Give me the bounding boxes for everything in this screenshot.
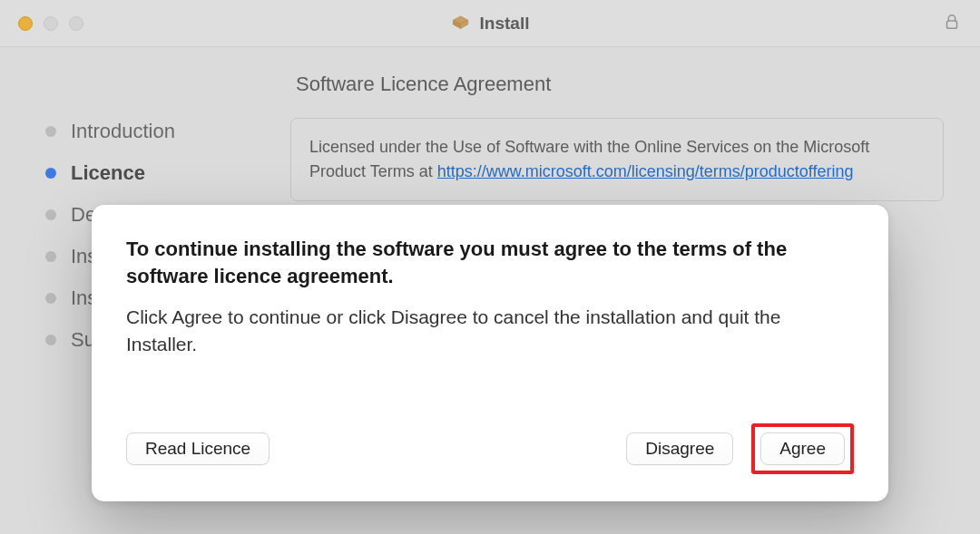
sidebar-item-licence: Licence [45, 161, 290, 185]
dialog-button-row: Read Licence Disagree Agree [126, 423, 854, 474]
step-bullet-icon [45, 335, 56, 345]
step-bullet-icon [45, 251, 56, 262]
licence-agreement-dialog: To continue installing the software you … [92, 205, 888, 501]
package-icon [451, 14, 471, 34]
window-minimize-button[interactable] [44, 16, 58, 31]
sidebar-item-label: Introduction [71, 120, 175, 143]
step-bullet-icon [45, 126, 56, 137]
agree-button[interactable]: Agree [760, 432, 845, 465]
agree-button-highlight: Agree [751, 423, 854, 474]
title-bar: Install [0, 0, 980, 47]
read-licence-button[interactable]: Read Licence [126, 432, 270, 465]
sidebar-item-introduction: Introduction [45, 120, 290, 143]
lock-icon[interactable] [942, 12, 962, 35]
licence-url-link[interactable]: https://www.microsoft.com/licensing/term… [437, 162, 854, 180]
disagree-button[interactable]: Disagree [626, 432, 733, 465]
step-bullet-icon [45, 168, 56, 179]
dialog-body-text: Click Agree to continue or click Disagre… [126, 304, 854, 357]
step-bullet-icon [45, 293, 56, 304]
window-controls [18, 16, 83, 31]
window-title-area: Install [451, 14, 530, 34]
window-close-button[interactable] [18, 16, 33, 31]
licence-text-box: Licensed under the Use of Software with … [290, 118, 944, 201]
svg-rect-0 [947, 21, 957, 28]
step-bullet-icon [45, 209, 56, 220]
content-title: Software Licence Agreement [296, 73, 944, 96]
window-zoom-button[interactable] [69, 16, 83, 31]
dialog-heading: To continue installing the software you … [126, 236, 854, 289]
sidebar-item-label: Licence [71, 161, 145, 185]
window-title: Install [480, 14, 530, 34]
